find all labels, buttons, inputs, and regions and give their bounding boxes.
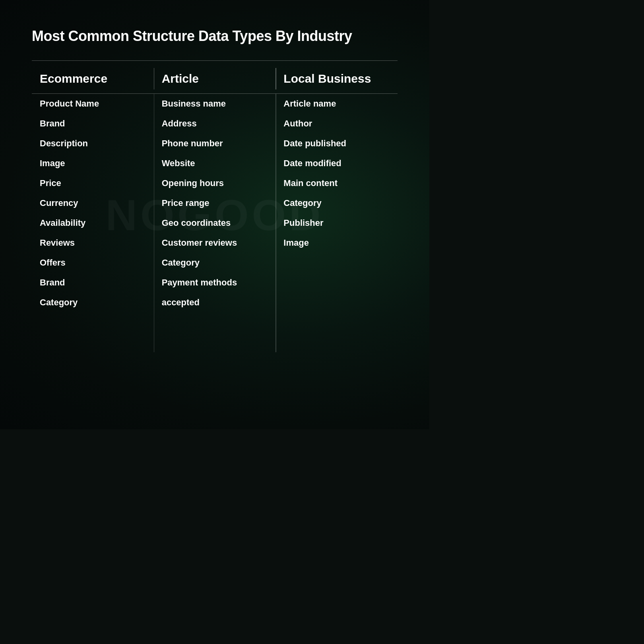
table-row: AvailabilityGeo coordinatesPublisher xyxy=(32,213,398,233)
table-cell: Date published xyxy=(275,134,398,153)
table-cell: Author xyxy=(275,114,398,134)
page-wrapper: NOGOOD Most Common Structure Data Types … xyxy=(0,0,429,429)
table-row: Product NameBusiness nameArticle name xyxy=(32,94,398,114)
header-ecommerce: Ecommerce xyxy=(32,72,154,85)
table-row: ImageWebsiteDate modified xyxy=(32,153,398,173)
table-cell: Image xyxy=(275,233,398,253)
page-title: Most Common Structure Data Types By Indu… xyxy=(32,28,352,45)
table-cell xyxy=(275,253,398,273)
header-article: Article xyxy=(154,72,276,85)
table-container: Ecommerce Article Local Business Product… xyxy=(32,60,398,352)
table-cell: Date modified xyxy=(275,153,398,173)
table-cell: Geo coordinates xyxy=(154,213,276,233)
table-cell xyxy=(275,332,398,352)
table-row: ReviewsCustomer reviewsImage xyxy=(32,233,398,253)
table-cell: Product Name xyxy=(32,94,154,114)
table-row xyxy=(32,312,398,332)
table-cell xyxy=(32,332,154,352)
header-local-business: Local Business xyxy=(275,72,398,85)
table-cell: Address xyxy=(154,114,276,134)
table-cell: Main content xyxy=(275,173,398,193)
table-row: Categoryaccepted xyxy=(32,293,398,312)
table-row: OffersCategory xyxy=(32,253,398,273)
table-cell: Brand xyxy=(32,114,154,134)
table-cell: Publisher xyxy=(275,213,398,233)
table-cell: Price xyxy=(32,173,154,193)
table-cell: Offers xyxy=(32,253,154,273)
table-header-row: Ecommerce Article Local Business xyxy=(32,61,398,94)
table-cell: Reviews xyxy=(32,233,154,253)
table-cell: Category xyxy=(275,193,398,213)
table-cell xyxy=(275,312,398,332)
table-cell: Brand xyxy=(32,273,154,293)
table-cell: Category xyxy=(32,293,154,312)
table-body: Product NameBusiness nameArticle nameBra… xyxy=(32,94,398,352)
table-cell xyxy=(32,312,154,332)
table-cell: Image xyxy=(32,153,154,173)
table-row: PriceOpening hoursMain content xyxy=(32,173,398,193)
table-cell: accepted xyxy=(154,293,276,312)
table-cell: Business name xyxy=(154,94,276,114)
table-row: DescriptionPhone numberDate published xyxy=(32,134,398,153)
table-cell: Category xyxy=(154,253,276,273)
table-cell: Payment methods xyxy=(154,273,276,293)
table-cell: Website xyxy=(154,153,276,173)
table-row: CurrencyPrice rangeCategory xyxy=(32,193,398,213)
table-cell: Price range xyxy=(154,193,276,213)
table-cell xyxy=(154,312,276,332)
table-cell: Phone number xyxy=(154,134,276,153)
table-cell xyxy=(154,332,276,352)
table-row xyxy=(32,332,398,352)
table-cell: Article name xyxy=(275,94,398,114)
table-cell xyxy=(275,273,398,293)
table-cell: Currency xyxy=(32,193,154,213)
table-row: BrandPayment methods xyxy=(32,273,398,293)
table-cell: Description xyxy=(32,134,154,153)
table-cell: Availability xyxy=(32,213,154,233)
table-cell xyxy=(275,293,398,312)
table-row: BrandAddressAuthor xyxy=(32,114,398,134)
table-cell: Opening hours xyxy=(154,173,276,193)
table-cell: Customer reviews xyxy=(154,233,276,253)
